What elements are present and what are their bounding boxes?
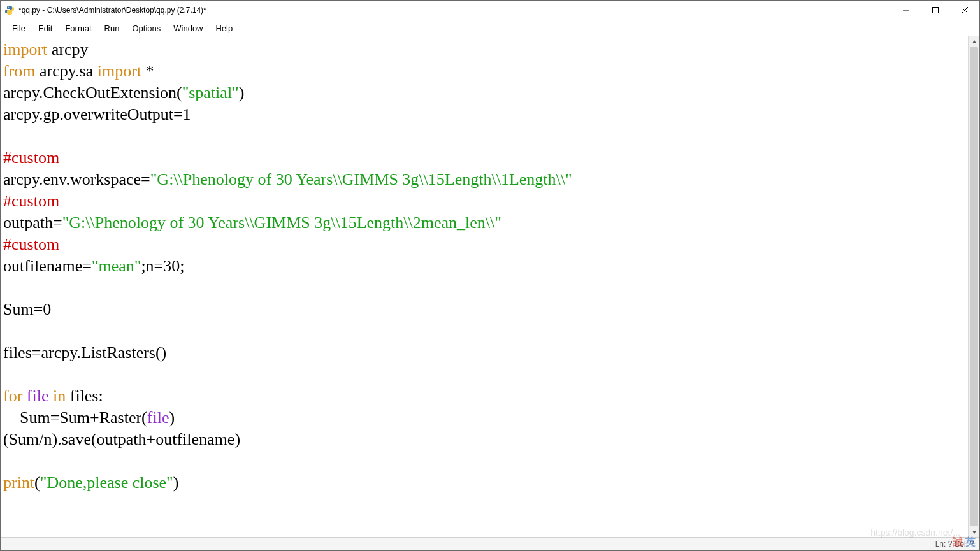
minimize-button[interactable] xyxy=(891,1,921,20)
str-workspace: "G:\\Phenology of 30 Years\\GIMMS 3g\\15… xyxy=(150,170,572,189)
status-ln-col: Ln: ? Col: ? xyxy=(935,540,974,548)
idle-window: *qq.py - C:\Users\Administrator\Desktop\… xyxy=(0,0,980,551)
window-title: *qq.py - C:\Users\Administrator\Desktop\… xyxy=(18,6,206,15)
menu-format[interactable]: Format xyxy=(59,22,97,34)
svg-rect-3 xyxy=(933,8,939,13)
scroll-down-arrow[interactable] xyxy=(969,526,979,537)
scroll-thumb[interactable] xyxy=(970,47,978,526)
kw-from: from xyxy=(3,62,36,80)
svg-marker-6 xyxy=(972,40,976,43)
comment-custom2: #custom xyxy=(3,192,59,210)
svg-point-1 xyxy=(10,13,11,14)
comment-custom1: #custom xyxy=(3,148,59,167)
kw-import2: import xyxy=(97,62,141,80)
var-file2: file xyxy=(147,408,169,427)
close-button[interactable] xyxy=(950,1,979,20)
titlebar[interactable]: *qq.py - C:\Users\Administrator\Desktop\… xyxy=(1,1,979,20)
menu-options[interactable]: Options xyxy=(126,22,167,34)
menu-file[interactable]: File xyxy=(6,22,32,34)
menu-window[interactable]: Window xyxy=(167,22,209,34)
menu-edit[interactable]: Edit xyxy=(32,22,59,34)
statusbar: Ln: ? Col: ? xyxy=(1,537,979,550)
kw-for: for xyxy=(3,387,22,405)
menu-run[interactable]: Run xyxy=(98,22,126,34)
kw-in: in xyxy=(53,387,66,405)
menubar: File Edit Format Run Options Window Help xyxy=(1,20,979,36)
menu-help[interactable]: Help xyxy=(210,22,240,34)
str-mean: "mean" xyxy=(92,257,141,275)
str-outpath: "G:\\Phenology of 30 Years\\GIMMS 3g\\15… xyxy=(62,213,501,232)
maximize-button[interactable] xyxy=(921,1,950,20)
svg-marker-7 xyxy=(972,531,976,534)
scroll-up-arrow[interactable] xyxy=(969,36,979,47)
kw-import: import xyxy=(3,40,47,59)
vertical-scrollbar[interactable] xyxy=(968,36,979,537)
kw-print: print xyxy=(3,473,34,492)
svg-point-0 xyxy=(8,6,9,8)
comment-custom3: #custom xyxy=(3,235,59,254)
python-idle-icon xyxy=(4,5,15,15)
str-spatial: "spatial" xyxy=(182,83,239,102)
window-controls xyxy=(891,1,979,20)
var-file1: file xyxy=(27,387,49,405)
scroll-track[interactable] xyxy=(969,47,979,526)
str-done: "Done,please close" xyxy=(40,473,173,492)
code-editor[interactable]: import arcpy from arcpy.sa import * arcp… xyxy=(1,36,968,537)
editor-area-wrap: import arcpy from arcpy.sa import * arcp… xyxy=(1,36,979,537)
